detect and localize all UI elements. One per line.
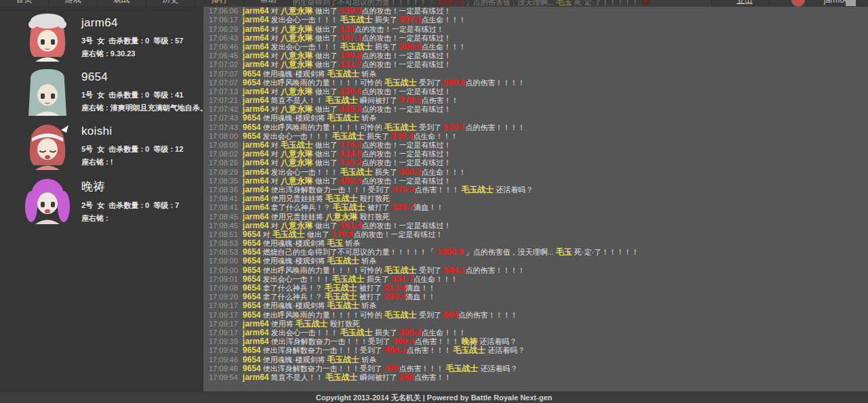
log-row: 17:06:45jarm64 对 八意永琳 做出了 135.8点的攻击！一定是有…: [209, 50, 868, 59]
log-row: 17:09:009654 使出呼风唤雨的力量！！！！可怜的 毛玉战士 受到了 5…: [209, 265, 868, 274]
log-message-text: 点生命！！！: [421, 16, 466, 24]
player-avatar: [22, 174, 73, 224]
scrollbar-thumb[interactable]: [846, 0, 856, 6]
log-message-text: 使出呼风唤雨的力量！！！！可怜的: [261, 79, 384, 87]
log-row: 17:08:36jarm64 使出浑身解数奋力一击！！！受到了 475.2点伤害…: [209, 184, 868, 193]
log-message-text: 被打了: [357, 284, 384, 292]
log-message-text: 对: [269, 105, 281, 113]
log-message-text: 点的攻击！一定是有练过！: [361, 60, 451, 68]
log-message-text: 使出浑身解数奋力一击！！！受到了: [261, 346, 384, 354]
navbar-avatar[interactable]: [791, 0, 805, 7]
log-message-text: 点的攻击！一定是有练过！: [361, 150, 451, 158]
nav-item-label: 观战: [98, 0, 146, 7]
nav-item-帮助[interactable]: 帮助: [244, 0, 293, 7]
log-time: 17:07:43: [209, 114, 238, 122]
log-message-text: 对: [261, 230, 273, 238]
log-message-text: 殴打致死: [328, 320, 360, 328]
log-time: 17:06:29: [209, 25, 238, 33]
log-message-text: 殴打致死: [358, 213, 390, 221]
player-name: 9654: [81, 70, 208, 84]
nav-item-label: 首页: [0, 0, 48, 7]
nav-item-游戏[interactable]: 游戏: [49, 0, 98, 7]
log-message-text: 还活着吗？: [486, 346, 525, 354]
log-message-text: 」点的伤害值，没天理啊...: [463, 248, 555, 256]
log-message-text: 点伤害！！！: [414, 186, 461, 194]
navbar-divider: [769, 0, 770, 7]
log-row: 17:08:009654 发出会心一击！！！ 毛玉战士 损失了 339.3点生命…: [209, 131, 868, 140]
log-time: 17:08:53: [209, 248, 238, 256]
log-message-text: 点的攻击！一定是有练过！: [361, 141, 451, 149]
nav-item-label: 排行: [195, 0, 243, 7]
log-message-text: 对: [269, 34, 281, 42]
log-row: 17:06:29jarm64 对 八意永琳 做出了 134点的攻击！一定是有练过…: [209, 24, 868, 33]
log-message-text: 发出会心一击！！！: [269, 328, 340, 337]
log-row: 17:08:35jarm64 对 八意永琳 做出了 152.4点的攻击！一定是有…: [209, 175, 868, 184]
logout-link[interactable]: 登出: [736, 0, 753, 6]
log-row: 17:06:46jarm64 发出会心一击！！！ 毛玉战士 损失了 306.6点…: [209, 41, 868, 50]
log-row: 17:09:019654 发出会心一击！！！ 毛玉战士 损失了 331.7点生命…: [209, 274, 868, 282]
log-message-text: 使用魂魄·楼观剑将: [261, 239, 328, 247]
navbar-menu: 首页游戏观战历史排行帮助: [0, 0, 293, 7]
log-message-text: 使出浑身解数奋力一击！！！受到了: [261, 364, 384, 373]
log-message-text: 发出会心一击！！！: [269, 43, 340, 51]
log-time: 17:09:42: [209, 346, 238, 354]
log-time: 17:08:41: [209, 203, 238, 211]
log-time: 17:06:45: [209, 51, 238, 60]
log-time: 17:08:53: [209, 239, 238, 247]
log-time: 17:09:17: [209, 311, 238, 319]
log-message-text: 点的攻击！一定是有练过！: [361, 34, 451, 42]
nav-item-观战[interactable]: 观战: [98, 0, 146, 7]
log-time: 17:09:00: [209, 257, 238, 265]
log-time: 17:09:00: [209, 266, 238, 274]
log-message-text: 简直不是人！！: [269, 373, 326, 381]
player-card[interactable]: jarm643号 女 击杀数量 : 0 等级 : 57座右铭 : 9.30.23: [0, 12, 203, 66]
log-message-text: 点伤害！！: [421, 96, 458, 104]
log-message-text: 点伤害！！！: [414, 337, 461, 345]
player-card[interactable]: 晚祷2号 女 击杀数量 : 0 等级 : 7座右铭 :: [0, 174, 203, 228]
log-row: 17:08:519654 对 毛玉战士 做出了 179.6点的攻击！一定是有练过…: [209, 229, 868, 238]
nav-item-label: 历史: [146, 0, 195, 7]
player-name: jarm64: [81, 16, 183, 30]
log-message-text: 拿了什么神兵！？: [269, 203, 333, 211]
log-message-text: 使出呼风唤雨的力量！！！！可怜的: [261, 311, 384, 319]
log-time: 17:07:07: [209, 70, 238, 78]
nav-item-排行[interactable]: 排行: [195, 0, 244, 7]
log-time: 17:08:26: [209, 158, 238, 167]
log-message-text: 殴打致死: [358, 194, 390, 203]
log-time: 17:09:46: [209, 356, 238, 364]
player-card[interactable]: 96541号 女 击杀数量 : 0 等级 : 41座右铭 : 清爽明朗且充满朝气…: [0, 66, 203, 120]
player-card[interactable]: koishi5号 女 击杀数量 : 0 等级 : 12座右铭 : !: [0, 120, 203, 174]
log-message-text: 对: [269, 7, 281, 15]
log-time: 17:09:17: [209, 301, 238, 310]
log-time: 17:07:13: [209, 87, 238, 96]
log-message-text: 损失了: [373, 43, 399, 51]
log-message-text: 使用魂魄·楼观剑将: [261, 257, 328, 265]
log-message-text: 点的攻击！一定是有练过！: [361, 87, 451, 96]
log-message-text: 使出浑身解数奋力一击！！！受到了: [269, 337, 393, 345]
log-message-text: 瞬间被打了: [358, 373, 399, 381]
log-row: 17:08:45jarm64 对 八意永琳 做出了 161.4点的攻击！一定是有…: [209, 220, 868, 229]
log-row: 17:09:54jarm64 简直不是人！！ 毛玉战士 瞬间被打了 266点伤害…: [209, 372, 868, 381]
player-motto: 座右铭 :: [81, 213, 179, 224]
log-row: 17:07:079654 使出呼风唤雨的力量！！！！可怜的 毛玉战士 受到了 5…: [209, 77, 868, 86]
log-row: 17:09:469654 使出浑身解数奋力一击！！！受到了 420点伤害！！！ …: [209, 363, 868, 372]
log-message-text: 斩杀: [359, 70, 376, 78]
log-message-text: 点生命！！！: [413, 132, 458, 140]
log-message-text: 发出会心一击！！！: [269, 16, 340, 24]
log-row: 17:09:429654 使出浑身解数奋力一击！！！受到了 404.1点伤害！！…: [209, 345, 868, 354]
player-name: 晚祷: [81, 179, 179, 194]
log-message-text: 点的伤害！！！！: [465, 266, 525, 274]
log-message-text: 点生命！！！: [421, 168, 466, 176]
player-stats: 2号 女 击杀数量 : 0 等级 : 7: [81, 200, 179, 211]
log-row: 17:07:079654 使用魂魄·楼观剑将 毛玉战士 斩杀: [209, 68, 868, 77]
log-message-text: 斩杀: [359, 301, 376, 310]
log-damage-number: 266: [399, 372, 414, 382]
log-row: 17:08:41jarm64 使用兄贵娃娃将 毛玉战士 殴打致死: [209, 193, 868, 202]
nav-item-首页[interactable]: 首页: [0, 0, 49, 7]
log-message-text: 被打了: [357, 293, 384, 301]
player-name: koishi: [81, 125, 183, 138]
log-message-text: 损失了: [373, 16, 399, 24]
nav-item-历史[interactable]: 历史: [146, 0, 195, 7]
log-message-text: 燃烧自己的生命得到了不可思议的力量！！！！！「: [261, 248, 437, 256]
player-stats: 3号 女 击杀数量 : 0 等级 : 57: [81, 36, 183, 46]
